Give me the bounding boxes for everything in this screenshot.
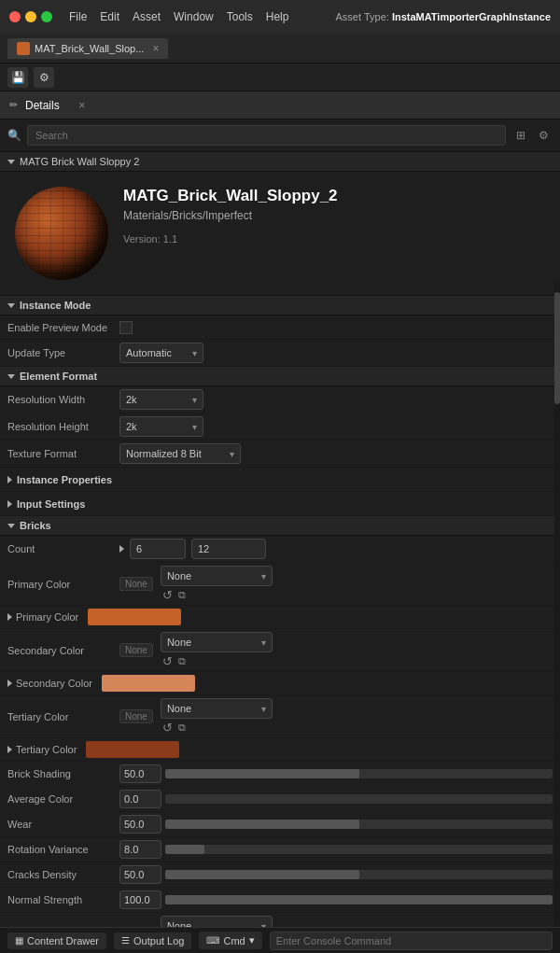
section-element-format-label: Element Format <box>20 371 97 382</box>
menu-asset[interactable]: Asset <box>133 10 161 23</box>
panel-close-button[interactable]: × <box>75 98 90 113</box>
secondary-color-bar-label: Secondary Color <box>16 678 92 689</box>
prop-tertiary-color-bar[interactable]: Tertiary Color <box>0 738 560 762</box>
menu-help[interactable]: Help <box>266 10 289 23</box>
cmd-button[interactable]: ⌨ Cmd ▾ <box>199 932 261 949</box>
tertiary-color-reset-icon[interactable]: ↺ <box>162 721 173 735</box>
resolution-width-dropdown[interactable]: 2k ▾ <box>119 389 203 410</box>
wear-input[interactable] <box>119 815 161 834</box>
count-inputs <box>119 539 266 559</box>
secondary-color-reset-icon[interactable]: ↺ <box>162 654 173 668</box>
section-bricks[interactable]: Bricks <box>0 516 560 536</box>
primary-color-reset-icon[interactable]: ↺ <box>162 588 173 602</box>
rotation-variance-label: Rotation Variance <box>7 844 119 855</box>
secondary-color-node-value: None None ▾ ↺ ⧉ <box>119 632 553 668</box>
material-sphere-preview <box>15 187 108 280</box>
close-button[interactable] <box>9 11 21 22</box>
primary-color-bar-label: Primary Color <box>16 611 78 623</box>
menu-window[interactable]: Window <box>174 10 214 23</box>
resolution-height-value: 2k ▾ <box>119 416 553 437</box>
secondary-color-swatch[interactable] <box>102 675 195 692</box>
count-value-1[interactable] <box>130 539 186 559</box>
enable-preview-checkbox[interactable] <box>119 321 133 334</box>
cracks-density-value <box>119 865 553 884</box>
enable-preview-value <box>119 321 553 334</box>
cracks-density-input[interactable] <box>119 865 161 884</box>
tertiary-color-none-badge[interactable]: None <box>119 709 153 723</box>
rotation-variance-value <box>119 840 553 859</box>
prop-count: Count <box>0 536 560 563</box>
count-value-2[interactable] <box>191 539 266 559</box>
tab-mat-brick[interactable]: MAT_Brick_Wall_Slop... × <box>7 38 168 59</box>
grid-view-button[interactable]: ⊞ <box>511 126 530 145</box>
section-input-settings[interactable]: Input Settings <box>0 492 560 516</box>
update-type-dropdown[interactable]: Automatic ▾ <box>119 343 203 363</box>
breadcrumb-label: MATG Brick Wall Sloppy 2 <box>20 156 139 167</box>
cracks-density-slider[interactable] <box>165 870 553 879</box>
secondary-color-expand-icon <box>7 680 12 687</box>
texture-format-dropdown[interactable]: Normalized 8 Bit ▾ <box>119 443 241 464</box>
texture-format-value: Normalized 8 Bit ▾ <box>119 443 553 464</box>
content-drawer-label: Content Drawer <box>27 935 99 946</box>
section-element-format[interactable]: Element Format <box>0 367 560 386</box>
save-icon: 💾 <box>11 71 25 84</box>
output-log-button[interactable]: ☰ Output Log <box>114 932 191 949</box>
secondary-color-copy-icon[interactable]: ⧉ <box>178 655 186 667</box>
primary-color-node-value: None None ▾ ↺ ⧉ <box>119 566 553 602</box>
average-color-slider[interactable] <box>165 794 553 804</box>
settings-button[interactable]: ⚙ <box>34 67 54 88</box>
prop-tertiary-color-node: Tertiary Color None None ▾ ↺ ⧉ <box>0 695 560 738</box>
scroll-thumb[interactable] <box>554 292 560 404</box>
resolution-width-label: Resolution Width <box>7 394 119 405</box>
section-instance-mode[interactable]: Instance Mode <box>0 296 560 315</box>
secondary-color-dropdown[interactable]: None ▾ <box>161 632 273 652</box>
section-instance-properties[interactable]: Instance Properties <box>0 468 560 492</box>
primary-color-swatch[interactable] <box>88 609 181 625</box>
resolution-height-dropdown[interactable]: 2k ▾ <box>119 416 203 437</box>
primary-color-copy-icon[interactable]: ⧉ <box>178 589 186 601</box>
pencil-icon: ✏ <box>9 99 18 111</box>
sphere-texture <box>15 187 108 280</box>
wear-fill <box>165 820 359 829</box>
average-color-input[interactable] <box>119 790 161 808</box>
settings-icon: ⚙ <box>39 71 49 84</box>
material-name: MATG_Brick_Wall_Sloppy_2 <box>123 187 545 205</box>
menu-tools[interactable]: Tools <box>227 10 253 23</box>
normal-strength-slider[interactable] <box>165 895 553 904</box>
prop-secondary-color-bar[interactable]: Secondary Color <box>0 672 560 695</box>
normal-strength-input[interactable] <box>119 890 161 909</box>
minimize-button[interactable] <box>25 11 36 22</box>
material-preview: MATG_Brick_Wall_Sloppy_2 Materials/Brick… <box>0 172 560 296</box>
tertiary-color-swatch[interactable] <box>86 741 179 758</box>
wear-slider[interactable] <box>165 820 553 829</box>
tertiary-color-copy-icon[interactable]: ⧉ <box>178 722 186 734</box>
cmd-arrow-icon: ▾ <box>249 934 255 946</box>
search-input[interactable] <box>27 125 506 146</box>
rotation-variance-input[interactable] <box>119 840 161 859</box>
breadcrumb-section[interactable]: MATG Brick Wall Sloppy 2 <box>0 152 560 172</box>
prop-primary-color-bar[interactable]: Primary Color <box>0 606 560 629</box>
tertiary-color-dropdown[interactable]: None ▾ <box>161 698 273 719</box>
console-input[interactable] <box>270 932 553 950</box>
brick-shading-slider[interactable] <box>165 769 553 778</box>
menu-edit[interactable]: Edit <box>100 10 119 23</box>
primary-color-none-badge[interactable]: None <box>119 577 153 591</box>
dropdown-arrow: ▾ <box>192 422 197 432</box>
details-panel: ✏ Details × 🔍 ⊞ ⚙ MATG Brick Wall Sloppy… <box>0 91 560 953</box>
menu-file[interactable]: File <box>69 10 87 23</box>
secondary-color-none-badge[interactable]: None <box>119 643 153 657</box>
tab-close-button[interactable]: × <box>152 42 159 55</box>
brick-shading-input[interactable] <box>119 764 161 783</box>
content-drawer-button[interactable]: ▦ Content Drawer <box>7 932 106 949</box>
rotation-variance-slider[interactable] <box>165 845 553 854</box>
maximize-button[interactable] <box>41 11 52 22</box>
tertiary-color-bar-label: Tertiary Color <box>16 744 77 755</box>
material-version: Version: 1.1 <box>123 233 545 245</box>
primary-color-dropdown[interactable]: None ▾ <box>161 566 273 586</box>
filter-settings-button[interactable]: ⚙ <box>534 126 553 145</box>
rotation-variance-fill <box>165 845 204 854</box>
texture-format-label: Texture Format <box>7 448 119 459</box>
output-log-label: Output Log <box>133 935 184 946</box>
instance-props-expand-icon <box>7 476 12 484</box>
save-button[interactable]: 💾 <box>7 67 28 88</box>
